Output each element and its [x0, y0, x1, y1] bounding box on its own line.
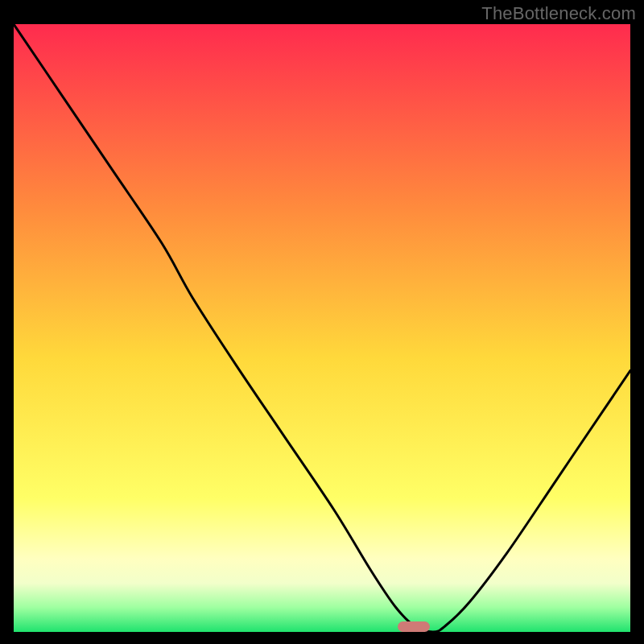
plot-area	[14, 24, 630, 632]
gradient-background	[14, 24, 630, 632]
watermark-text: TheBottleneck.com	[481, 3, 636, 24]
optimum-marker	[398, 621, 430, 632]
chart-stage: TheBottleneck.com	[0, 0, 644, 644]
bottleneck-plot-svg	[14, 24, 630, 632]
